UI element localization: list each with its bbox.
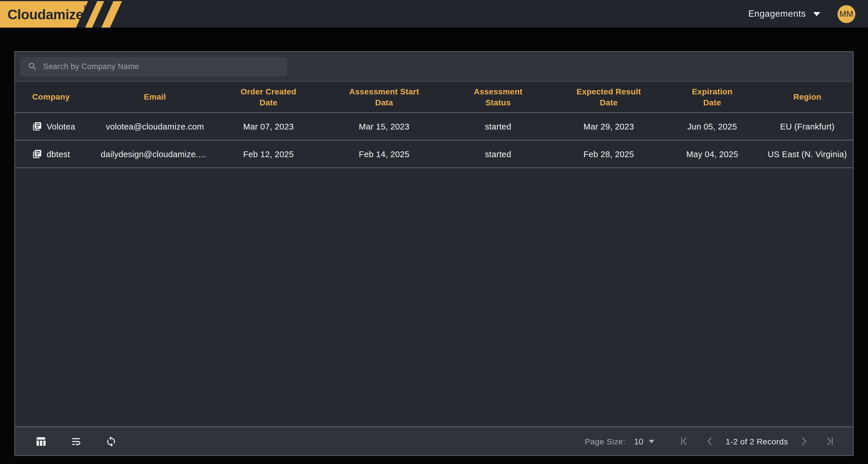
page-size-select[interactable]: 10 <box>634 437 654 446</box>
search-row <box>15 52 853 82</box>
top-navigation-bar: CloudamizeTM Engagements MM <box>0 0 868 28</box>
company-name: Volotea <box>46 122 75 131</box>
last-page-icon <box>824 436 835 447</box>
assessment-status-cell: started <box>441 122 555 131</box>
chevron-down-icon <box>813 12 820 16</box>
expected-result-date-cell: Feb 28, 2025 <box>555 149 663 159</box>
logo-wordmark: CloudamizeTM <box>7 5 90 23</box>
email-cell: volotea@cloudamize.com <box>100 122 210 131</box>
avatar-initials: MM <box>839 9 853 19</box>
records-count: 1-2 of 2 Records <box>725 437 788 446</box>
table-row[interactable]: Volotea volotea@cloudamize.com Mar 07, 2… <box>15 113 853 141</box>
column-header-expected-result-date: Expected ResultDate <box>555 86 663 108</box>
region-cell: US East (N. Virginia) <box>762 149 853 159</box>
previous-page-button[interactable] <box>704 436 715 447</box>
assessment-status-cell: started <box>441 149 555 159</box>
column-header-expiration-date: ExpirationDate <box>663 86 762 108</box>
column-header-company: Company <box>15 92 100 102</box>
company-name: dbtest <box>46 149 70 159</box>
column-header-assessment-start-data: Assessment StartData <box>327 86 441 108</box>
search-icon <box>28 62 37 71</box>
expiration-date-cell: Jun 05, 2025 <box>663 122 762 131</box>
engagements-dropdown[interactable]: Engagements <box>748 9 820 19</box>
region-cell: EU (Frankfurt) <box>762 122 853 131</box>
wrap-text-button[interactable] <box>70 435 82 447</box>
assessment-start-cell: Mar 15, 2023 <box>327 122 441 131</box>
chevron-right-icon <box>798 436 809 447</box>
table-footer-toolbar: Page Size: 10 1-2 of 2 Records <box>15 427 853 455</box>
trademark-symbol: TM <box>83 5 90 10</box>
library-books-icon <box>32 149 42 159</box>
page-size-label: Page Size: <box>585 437 625 446</box>
user-avatar[interactable]: MM <box>837 5 855 23</box>
expiration-date-cell: May 04, 2025 <box>663 149 762 159</box>
company-cell: dbtest <box>15 149 100 159</box>
chevron-left-icon <box>704 436 715 447</box>
column-settings-button[interactable] <box>35 435 46 447</box>
expected-result-date-cell: Mar 29, 2023 <box>555 122 663 131</box>
refresh-button[interactable] <box>105 435 117 447</box>
column-header-region: Region <box>762 92 853 102</box>
page-size-value: 10 <box>634 437 643 446</box>
app-viewport: CloudamizeTM Engagements MM Company <box>0 0 868 464</box>
email-cell: dailydesign@cloudamize.com <box>100 149 210 159</box>
table-empty-area <box>15 168 853 427</box>
table-columns-icon <box>35 435 46 447</box>
last-page-button[interactable] <box>824 436 835 447</box>
assessment-start-cell: Feb 14, 2025 <box>327 149 441 159</box>
sync-icon <box>105 435 117 447</box>
search-box[interactable] <box>20 57 287 76</box>
engagements-panel: Company Email Order CreatedDate Assessme… <box>14 51 854 456</box>
engagements-dropdown-label: Engagements <box>748 9 806 19</box>
pagination-controls: Page Size: 10 1-2 of 2 Records <box>585 436 835 447</box>
cloudamize-logo[interactable]: CloudamizeTM <box>0 1 132 27</box>
column-header-assessment-status: AssessmentStatus <box>441 86 555 108</box>
wrap-text-icon <box>70 435 82 447</box>
first-page-icon <box>678 436 689 447</box>
column-header-order-created-date: Order CreatedDate <box>210 86 327 108</box>
table-row[interactable]: dbtest dailydesign@cloudamize.com Feb 12… <box>15 141 853 168</box>
chevron-down-icon <box>648 439 654 443</box>
company-cell: Volotea <box>15 121 100 131</box>
order-created-date-cell: Feb 12, 2025 <box>210 149 327 159</box>
column-header-email: Email <box>100 92 210 102</box>
order-created-date-cell: Mar 07, 2023 <box>210 122 327 131</box>
first-page-button[interactable] <box>678 436 689 447</box>
next-page-button[interactable] <box>798 436 809 447</box>
table-header-row: Company Email Order CreatedDate Assessme… <box>15 82 853 113</box>
library-books-icon <box>32 121 42 131</box>
search-input[interactable] <box>42 62 287 71</box>
